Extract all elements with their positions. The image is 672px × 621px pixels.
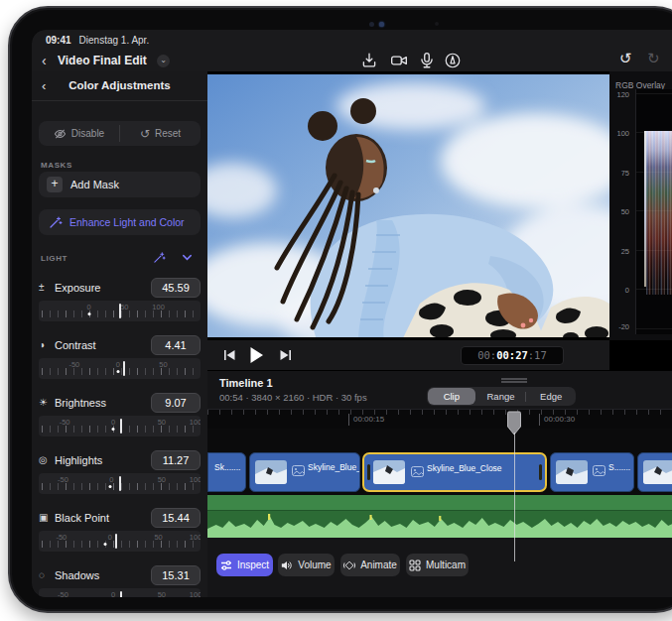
slider-exposure: ± Exposure 45.59 0 50 100 [39,278,201,329]
mode-range[interactable]: Range [477,388,525,405]
reset-button[interactable]: ↺ Reset [120,121,201,146]
highlights-value[interactable]: 11.27 [151,450,201,470]
annotate-pencil-button[interactable] [444,52,462,69]
clip-thumbnail [373,460,405,484]
timeline-section: Timeline 1 00:54 · 3840 × 2160 · HDR · 3… [207,371,672,597]
camera-button[interactable] [390,52,408,69]
disable-button[interactable]: Disable [39,121,119,146]
brightness-value[interactable]: 9.07 [151,393,201,413]
slider-brightness: ☀ Brightness 9.07 -50 0 50 100 [39,393,201,444]
contrast-slider[interactable]: -50 0 50 [39,358,201,379]
ruler-label: 00:00:30 [539,414,575,426]
inspect-button[interactable]: Inspect [216,554,273,576]
skip-forward-button[interactable] [279,348,292,362]
clip-edge-partial[interactable] [637,452,672,492]
shadows-slider[interactable]: -50 0 50 100 [39,588,201,597]
transport-bar: 00:00:27:17 [207,340,609,371]
highlights-slider[interactable]: -50 0 50 100 [39,473,201,494]
status-bar: 09:41 Dienstag 1. Apr. [32,30,672,50]
contrast-value[interactable]: 4.41 [151,335,201,355]
project-title[interactable]: Video Final Edit [58,54,147,67]
sensor-dot [435,22,439,26]
brightness-icon: ☀ [39,397,55,408]
timecode-display[interactable]: 00:00:27:17 [461,346,564,365]
exposure-icon: ± [39,282,55,293]
grid-icon [409,559,421,571]
reset-label: Reset [155,128,181,139]
photo-icon [292,462,305,473]
slider-black-point: ▣ Black Point 15.44 -50 0 50 100 [39,508,201,559]
volume-button[interactable]: Volume [278,554,335,576]
add-mask-button[interactable]: + Add Mask [39,172,201,197]
mode-clip[interactable]: Clip [428,388,475,405]
edit-mode-segmented-control: Clip Range Edge [427,387,576,406]
clip-skyline-partial-right[interactable]: S....... [550,452,634,492]
waveform-trace [644,131,672,295]
photo-icon [593,462,605,473]
skip-back-button[interactable] [223,348,236,362]
light-section-label: LIGHT [41,254,67,263]
keyframe-diamond-icon [343,559,355,571]
clip-skyline-blue-close-selected[interactable]: Skyline_Blue_Close [362,452,547,492]
photo-icon [411,463,424,474]
enhance-label: Enhance Light and Color [69,216,185,228]
color-adjustments-panel: ‹ Color Adjustments Disable ↺ Reset MASK [32,71,207,597]
mode-edge[interactable]: Edge [527,388,575,405]
add-mask-label: Add Mask [70,179,119,190]
rgb-overlay-scope: RGB Overlay 120 100 75 50 25 0 -20 [609,71,672,340]
front-camera-lens [379,22,384,27]
exposure-value[interactable]: 45.59 [151,278,201,298]
magic-wand-icon [153,251,166,264]
timeline-ruler[interactable]: 00:00:15 00:00:30 [207,409,672,429]
back-chevron-icon[interactable]: ‹ [42,53,47,68]
video-preview[interactable] [207,71,609,340]
contrast-icon: ◑ [39,339,55,350]
redo-button[interactable]: ↻ [647,50,660,67]
panel-header: ‹ Color Adjustments [32,71,207,101]
front-camera [369,22,374,27]
shadows-value[interactable]: 15.31 [151,565,201,585]
exposure-slider[interactable]: 0 50 100 [39,301,201,321]
plus-icon: + [47,177,63,192]
speaker-icon [281,559,293,571]
light-collapse-button[interactable] [181,250,194,268]
scope-plot [635,89,672,334]
playhead[interactable] [507,411,521,436]
enhance-light-color-button[interactable]: Enhance Light and Color [39,209,201,235]
title-dropdown-icon[interactable]: ⌄ [157,55,170,67]
clip-skyline-partial-left[interactable]: Sk....... [207,452,246,492]
clip-thumbnail [643,460,672,484]
highlights-icon: ◎ [39,454,55,465]
panel-title: Color Adjustments [32,79,207,91]
magic-wand-icon [49,215,63,229]
video-frame-person-sky [207,71,609,340]
chevron-down-icon [181,251,194,264]
inspect-sliders-icon [220,559,232,571]
undo-button[interactable]: ↺ [619,50,632,67]
black-point-icon: ▣ [39,512,55,523]
microphone-button[interactable] [418,52,436,69]
disable-label: Disable [71,128,104,139]
audio-track[interactable] [207,495,672,538]
black-point-slider[interactable]: -50 0 50 100 [39,531,201,552]
light-auto-enhance-button[interactable] [153,250,166,268]
black-point-value[interactable]: 15.44 [151,508,201,528]
play-button[interactable] [249,346,264,364]
animate-button[interactable]: Animate [340,554,400,576]
clip-skyline-blue-wide[interactable]: Skyline_Blue_Wide [249,452,360,492]
timeline-header: Timeline 1 00:54 · 3840 × 2160 · HDR · 3… [207,371,672,409]
eye-off-icon [54,128,67,140]
slider-highlights: ◎ Highlights 11.27 -50 0 50 100 [39,450,201,502]
export-button[interactable] [360,52,378,69]
timeline-drag-handle[interactable] [501,378,527,383]
reset-icon: ↺ [140,127,150,141]
multicam-button[interactable]: Multicam [406,554,469,576]
status-time: 09:41 [46,35,71,46]
clip-thumbnail [556,460,588,484]
video-track: Sk....... Skyline_Blue_Wide [207,429,672,495]
shadows-icon: ◌ [39,569,55,580]
status-date: Dienstag 1. Apr. [79,35,150,46]
ipad-device-frame: 09:41 Dienstag 1. Apr. ‹ Video Final Edi… [8,6,672,613]
slider-shadows: ◌ Shadows 15.31 -50 0 50 100 [39,565,201,597]
brightness-slider[interactable]: -50 0 50 100 [39,416,201,436]
